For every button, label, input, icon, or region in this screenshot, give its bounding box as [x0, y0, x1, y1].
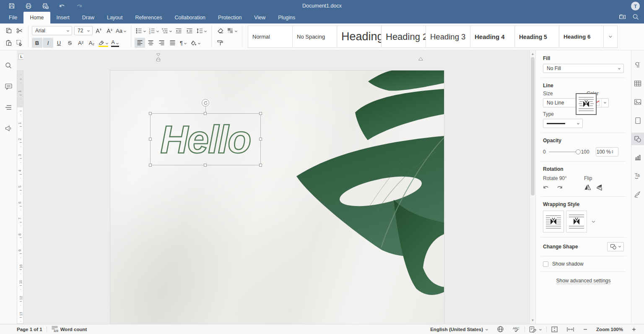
text-art-hello[interactable]: Hello	[151, 114, 260, 165]
fill-select[interactable]: No Fill	[543, 64, 624, 73]
find-button[interactable]	[3, 60, 14, 71]
undo-button[interactable]	[54, 1, 70, 11]
style-heading-6[interactable]: Heading 6	[559, 26, 604, 48]
cut-button[interactable]	[14, 26, 25, 36]
highlight-color-button[interactable]	[97, 38, 109, 48]
indent-markers[interactable]	[156, 53, 161, 62]
scrollbar-thumb[interactable]	[531, 57, 535, 196]
chart-settings-button[interactable]	[631, 151, 644, 164]
style-heading-3[interactable]: Heading 3	[426, 26, 470, 48]
text-art-settings-button[interactable]: Ta	[631, 170, 644, 182]
copy-style-button[interactable]	[215, 38, 226, 48]
style-heading-4[interactable]: Heading 4	[470, 26, 515, 48]
opacity-slider[interactable]	[549, 151, 578, 152]
font-color-button[interactable]: A	[110, 38, 120, 48]
bold-button[interactable]: B	[32, 38, 42, 48]
tab-view[interactable]: View	[248, 12, 272, 23]
resize-handle-e[interactable]	[259, 138, 262, 141]
italic-button[interactable]: I	[43, 38, 53, 48]
increase-font-size-button[interactable]	[93, 26, 104, 36]
align-left-button[interactable]	[135, 38, 145, 48]
flip-horizontal-button[interactable]	[584, 184, 596, 192]
spinner-arrows[interactable]: ▲▼	[611, 150, 614, 154]
track-changes-button[interactable]	[525, 324, 546, 334]
styles-gallery-expand-button[interactable]	[603, 26, 618, 48]
tab-collaboration[interactable]: Collaboration	[168, 12, 212, 23]
resize-handle-n[interactable]	[204, 112, 207, 115]
copy-button[interactable]	[3, 26, 14, 36]
resize-handle-w[interactable]	[149, 138, 152, 141]
tab-layout[interactable]: Layout	[101, 12, 129, 23]
wrapping-more-button[interactable]	[592, 219, 595, 224]
scroll-down-arrow[interactable]: ▼	[530, 318, 535, 323]
rotate-cw-button[interactable]	[556, 184, 584, 191]
feedback-button[interactable]	[3, 123, 14, 134]
wrap-tight-option[interactable]	[576, 93, 597, 115]
zoom-level[interactable]: Zoom 100%	[592, 324, 627, 334]
paragraph-settings-button[interactable]	[631, 59, 644, 71]
scroll-up-arrow[interactable]: ▲	[530, 51, 535, 57]
user-avatar[interactable]: T	[631, 2, 640, 10]
style-heading-2[interactable]: Heading 2	[381, 26, 426, 48]
font-name-select[interactable]: Arial	[32, 26, 72, 35]
wrap-top-and-bottom-option[interactable]	[566, 211, 587, 232]
tab-draw[interactable]: Draw	[76, 12, 101, 23]
fit-width-button[interactable]	[562, 324, 579, 334]
show-advanced-settings-link[interactable]: Show advanced settings	[556, 278, 610, 284]
resize-handle-sw[interactable]	[149, 164, 152, 167]
resize-handle-ne[interactable]	[259, 112, 262, 115]
vertical-ruler[interactable]: 112345678910111213	[17, 70, 23, 324]
vertical-scrollbar[interactable]: ▲ ▼	[530, 50, 535, 324]
redo-button[interactable]	[70, 1, 87, 11]
spell-check-button[interactable]: ABC	[508, 324, 525, 334]
increase-indent-button[interactable]	[184, 26, 195, 36]
style-heading-5[interactable]: Heading 5	[514, 26, 559, 48]
change-case-button[interactable]: Aa	[115, 26, 127, 36]
quick-print-button[interactable]	[37, 1, 54, 11]
zoom-out-button[interactable]	[579, 324, 592, 334]
select-all-button[interactable]	[14, 38, 25, 48]
paste-button[interactable]	[3, 38, 14, 48]
rotate-ccw-button[interactable]	[543, 184, 556, 191]
style-normal[interactable]: Normal	[248, 26, 293, 48]
print-button[interactable]	[20, 1, 37, 11]
opacity-slider-handle[interactable]	[576, 149, 581, 154]
shading-button[interactable]	[189, 38, 202, 48]
page-indicator[interactable]: Page 1 of 1	[0, 324, 47, 334]
open-file-location-button[interactable]	[619, 13, 626, 22]
language-selector[interactable]: English (United States)	[426, 324, 493, 334]
zoom-in-button[interactable]	[627, 324, 644, 334]
style-heading-1[interactable]: Heading 1	[337, 26, 382, 48]
underline-button[interactable]: U	[54, 38, 64, 48]
opacity-input[interactable]	[596, 149, 611, 155]
navigation-button[interactable]	[3, 102, 14, 113]
change-shape-button[interactable]	[607, 242, 624, 251]
show-shadow-checkbox[interactable]	[543, 261, 548, 267]
word-count-button[interactable]: 123 Word count	[47, 324, 91, 334]
decrease-indent-button[interactable]	[174, 26, 184, 36]
wrap-square-option[interactable]	[543, 211, 564, 232]
flip-vertical-button[interactable]	[596, 184, 603, 192]
interface-theme-button[interactable]	[226, 26, 239, 36]
shape-settings-button[interactable]	[631, 133, 644, 145]
align-right-button[interactable]	[156, 38, 167, 48]
strikethrough-button[interactable]: S	[65, 38, 75, 48]
tab-insert[interactable]: Insert	[50, 12, 76, 23]
search-button[interactable]	[632, 13, 639, 22]
align-center-button[interactable]	[145, 38, 156, 48]
decrease-font-size-button[interactable]	[104, 26, 114, 36]
resize-handle-s[interactable]	[204, 164, 207, 167]
set-language-button[interactable]	[493, 324, 508, 334]
image-settings-button[interactable]	[631, 96, 644, 108]
rotate-handle[interactable]	[202, 99, 209, 107]
tab-home[interactable]: Home	[23, 12, 50, 23]
resize-handle-se[interactable]	[259, 164, 262, 167]
resize-handle-nw[interactable]	[149, 112, 152, 115]
document-page[interactable]: Hello	[110, 70, 444, 324]
text-art-selection[interactable]: Hello	[150, 113, 261, 165]
multilevel-list-button[interactable]	[161, 26, 173, 36]
numbering-button[interactable]: 123	[148, 26, 160, 36]
line-spacing-button[interactable]	[195, 26, 208, 36]
clear-style-button[interactable]	[215, 26, 226, 36]
signature-settings-button[interactable]	[631, 188, 644, 201]
